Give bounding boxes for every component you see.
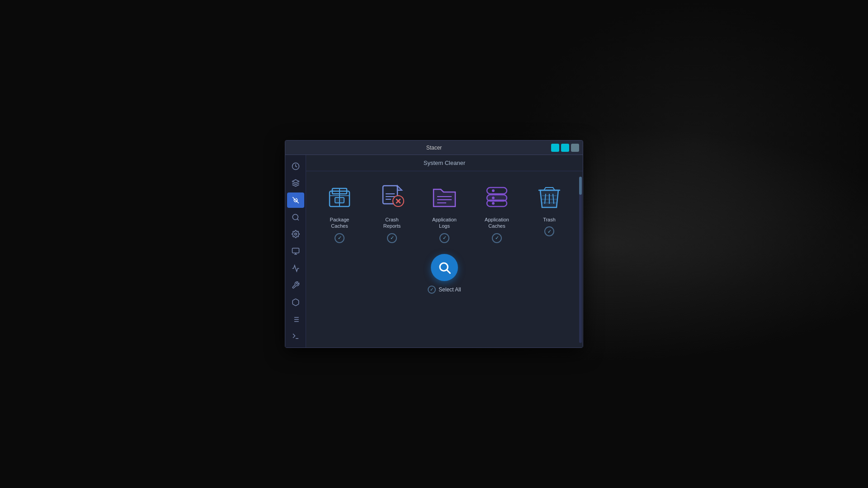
- package-caches-checkbox[interactable]: ✓: [335, 233, 344, 243]
- package-caches-label: PackageCaches: [330, 216, 349, 230]
- close-button[interactable]: [571, 144, 579, 152]
- cleaner-item-package-caches[interactable]: PackageCaches ✓: [317, 180, 362, 243]
- cleaner-item-crash-reports[interactable]: CrashReports ✓: [369, 180, 415, 243]
- application-logs-checkbox[interactable]: ✓: [439, 233, 449, 243]
- cleaner-grid: PackageCaches ✓: [306, 171, 583, 347]
- svg-point-1: [292, 214, 298, 220]
- maximize-button[interactable]: [561, 144, 569, 152]
- trash-checkbox[interactable]: ✓: [544, 226, 554, 236]
- sidebar-item-search[interactable]: [287, 210, 304, 225]
- trash-label: Trash: [543, 216, 556, 223]
- application-caches-label: ApplicationCaches: [485, 216, 509, 230]
- svg-point-31: [492, 202, 495, 205]
- svg-rect-15: [335, 197, 344, 203]
- package-caches-icon: [323, 180, 356, 213]
- svg-point-30: [492, 197, 495, 199]
- minimize-button[interactable]: [551, 144, 559, 152]
- cleaner-item-trash[interactable]: Trash ✓: [527, 180, 572, 243]
- content-area: System Cleaner: [285, 155, 583, 347]
- svg-rect-26: [487, 188, 507, 194]
- sidebar: [285, 155, 306, 347]
- section-title: System Cleaner: [424, 160, 465, 166]
- crash-reports-checkbox[interactable]: ✓: [387, 233, 397, 243]
- scan-button[interactable]: [431, 254, 458, 281]
- main-panel: System Cleaner: [306, 155, 583, 347]
- cleaner-item-application-caches[interactable]: ApplicationCaches ✓: [474, 180, 519, 243]
- crash-reports-icon: [376, 180, 408, 213]
- sidebar-item-startup[interactable]: [287, 176, 304, 191]
- application-logs-icon: [428, 180, 461, 213]
- application-logs-label: ApplicationLogs: [432, 216, 457, 230]
- application-caches-checkbox[interactable]: ✓: [492, 233, 502, 243]
- crash-reports-label: CrashReports: [383, 216, 401, 230]
- window-controls: [551, 144, 579, 152]
- titlebar: Stacer: [285, 141, 583, 155]
- sidebar-item-terminal[interactable]: [287, 328, 304, 344]
- scrollbar[interactable]: [579, 177, 582, 343]
- section-header: System Cleaner: [306, 155, 583, 171]
- scan-button-area: ✓ Select All: [428, 254, 461, 294]
- sidebar-item-apt[interactable]: [287, 312, 304, 327]
- select-all-checkbox[interactable]: ✓: [428, 286, 436, 294]
- svg-point-29: [492, 189, 495, 192]
- sidebar-item-uninstaller[interactable]: [287, 295, 304, 310]
- select-all-row[interactable]: ✓ Select All: [428, 286, 461, 294]
- svg-point-2: [294, 233, 297, 235]
- main-window: Stacer: [285, 140, 583, 348]
- cleaner-item-application-logs[interactable]: ApplicationLogs ✓: [422, 180, 467, 243]
- svg-line-40: [447, 270, 450, 273]
- sidebar-item-resources[interactable]: [287, 244, 304, 259]
- application-caches-icon: [481, 180, 513, 213]
- sidebar-item-dashboard[interactable]: [287, 159, 304, 174]
- window-title: Stacer: [426, 145, 442, 151]
- sidebar-item-services[interactable]: [287, 277, 304, 293]
- svg-rect-3: [292, 248, 299, 253]
- sidebar-item-settings[interactable]: [287, 227, 304, 242]
- select-all-label: Select All: [439, 286, 461, 293]
- cleaner-items-row: PackageCaches ✓: [317, 180, 572, 243]
- trash-icon: [533, 180, 566, 213]
- sidebar-item-processes[interactable]: [287, 261, 304, 276]
- scrollbar-thumb[interactable]: [579, 177, 582, 195]
- sidebar-item-cleaner[interactable]: [287, 192, 304, 208]
